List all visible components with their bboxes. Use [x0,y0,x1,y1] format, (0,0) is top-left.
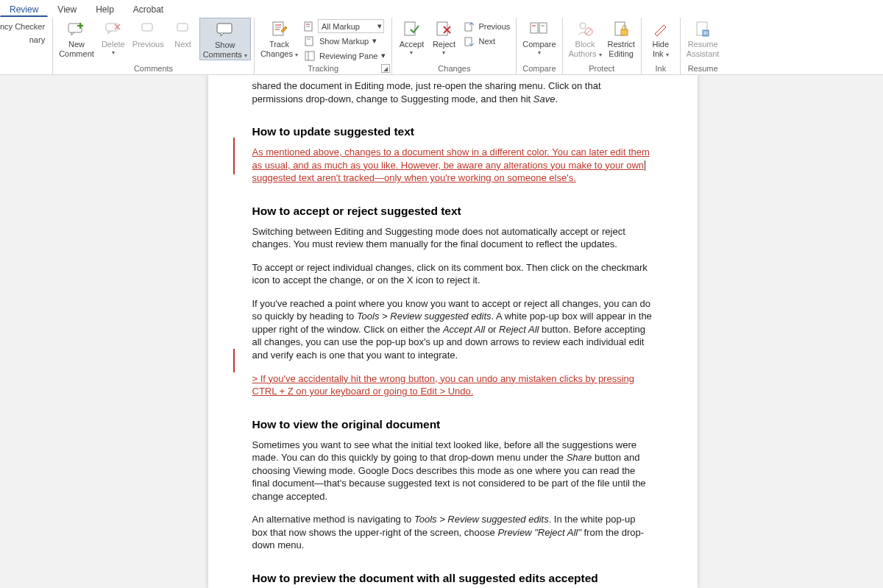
tracking-launcher[interactable]: ◢ [381,64,390,73]
reject-button[interactable]: Reject ▾ [428,18,460,57]
svg-rect-26 [531,23,538,33]
page: shared the document in Editing mode, jus… [208,75,698,588]
prev-change-icon [463,21,475,32]
show-markup-icon [304,35,316,47]
doc-paragraph: If you've reached a point where you know… [252,297,653,362]
group-label-compare: Compare [519,63,558,74]
svg-rect-9 [273,22,283,35]
track-change-bar [233,349,235,372]
doc-paragraph-tracked: As mentioned above, changes to a documen… [252,146,653,185]
svg-point-30 [580,23,586,29]
doc-heading: How to preview the document with all sug… [252,571,653,587]
restrict-editing-button[interactable]: Restrict Editing [605,18,638,59]
group-label-changes: Changes [395,63,513,74]
next-comment-button[interactable]: Next [167,18,199,49]
svg-rect-16 [305,37,313,46]
accept-icon [401,19,422,38]
doc-heading: How to accept or reject suggested text [252,204,653,219]
previous-comment-button[interactable]: Previous [130,18,167,49]
show-markup-button[interactable]: Show Markup ▾ [301,34,389,48]
left-cut-line1: ncy Checker [0,21,45,34]
accept-button[interactable]: Accept ▾ [395,18,428,57]
doc-paragraph: Sometimes you want to see what the initi… [252,439,653,503]
previous-change-button[interactable]: Previous [460,19,513,33]
display-markup-dropdown[interactable]: All Markup ▾ [318,19,384,33]
delete-comment-button[interactable]: Delete ▾ [97,18,130,57]
compare-button[interactable]: Compare ▾ [519,18,558,57]
svg-text:in: in [703,30,708,35]
group-label-tracking: Tracking [258,63,389,74]
svg-rect-18 [305,52,314,60]
svg-line-32 [586,29,592,35]
block-authors-button[interactable]: Block Authors ▾ [566,18,605,59]
doc-heading: How to update suggested text [252,124,653,140]
track-change-bar [233,138,235,174]
doc-paragraph: Switching between Editing and Suggesting… [252,225,653,251]
svg-rect-27 [539,23,547,33]
resume-assistant-icon: in [692,19,713,38]
chevron-down-icon: ▾ [377,21,382,31]
svg-rect-34 [621,29,628,35]
tab-view[interactable]: View [48,1,86,18]
markup-icon [304,21,316,32]
group-label-ink: Ink [645,63,677,74]
block-authors-icon [575,19,595,38]
left-cut-group: ncy Checker nary [0,18,49,46]
doc-paragraph-tracked: > If you've accidentally hit the wrong b… [252,372,653,398]
new-comment-icon [66,19,87,38]
document-canvas[interactable]: shared the document in Editing mode, jus… [0,75,883,588]
next-comment-icon [173,19,194,38]
hide-ink-icon [650,19,671,38]
doc-paragraph: shared the document in Editing mode, jus… [252,79,653,105]
svg-line-35 [655,34,657,36]
ribbon: ncy Checker nary New Comment Delete ▾ [0,18,883,75]
next-change-icon [463,35,475,47]
show-comments-icon [215,20,235,39]
reject-icon [433,19,454,38]
next-change-button[interactable]: Next [460,34,513,48]
svg-rect-3 [106,24,118,31]
text-cursor [645,160,645,171]
track-changes-icon [269,19,289,38]
delete-comment-icon [103,19,124,38]
left-cut-line2: nary [0,34,45,47]
group-label-protect: Protect [566,63,638,74]
svg-rect-8 [217,24,232,33]
group-label-comments: Comments [56,63,251,74]
reviewing-pane-icon [304,50,316,62]
restrict-editing-icon [611,19,631,38]
tab-acrobat[interactable]: Acrobat [124,1,173,18]
doc-heading: How to view the original document [252,417,653,433]
hide-ink-button[interactable]: Hide Ink ▾ [645,18,677,59]
reviewing-pane-button[interactable]: Reviewing Pane ▾ [301,49,389,63]
group-label-resume: Resume [684,63,723,74]
new-comment-button[interactable]: New Comment [56,18,97,59]
compare-icon [529,19,550,38]
show-comments-button[interactable]: Show Comments ▾ [199,18,251,60]
track-changes-button[interactable]: Track Changes ▾ [258,18,301,59]
markup-dropdown-row: All Markup ▾ [301,19,389,33]
svg-rect-6 [142,24,152,31]
doc-paragraph: To accept or reject individual changes, … [252,261,653,287]
previous-comment-icon [138,19,158,38]
svg-rect-7 [177,24,188,31]
doc-paragraph: An alternative method is navigating to T… [252,513,653,552]
tab-review[interactable]: Review [0,1,48,17]
resume-assistant-button[interactable]: in Resume Assistant [684,18,723,59]
tab-help[interactable]: Help [86,1,124,18]
menu-tabs: Review View Help Acrobat [0,0,883,18]
